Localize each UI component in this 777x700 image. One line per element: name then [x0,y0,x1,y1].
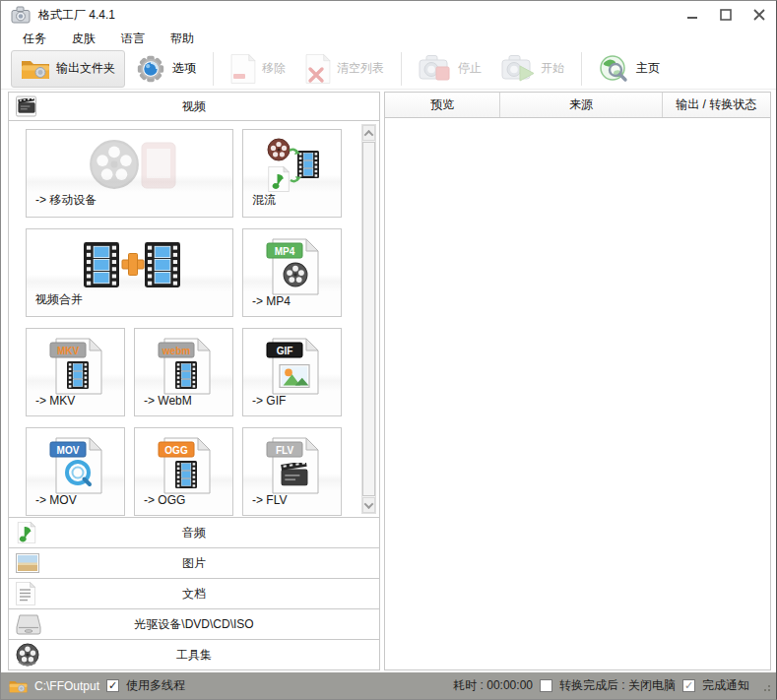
clear-list-icon [305,54,331,84]
chevron-up-icon [364,129,374,139]
stop-button[interactable]: 停止 [409,50,491,88]
task-list-header: 预览 来源 输出 / 转换状态 [384,92,771,118]
close-button[interactable] [743,1,776,29]
remove-document-icon [230,54,256,84]
tiles-scrollbar[interactable] [361,124,376,514]
tile-to-webm[interactable]: webm -> WebM [134,328,233,416]
tile-to-mp4[interactable]: MP4 -> MP4 [242,228,342,317]
menubar: 任务 皮肤 语言 帮助 [1,29,776,48]
menu-help[interactable]: 帮助 [161,29,204,49]
tile-to-flv[interactable]: FLV -> FLV [242,427,342,516]
mobile-device-ghost-icon [27,137,232,192]
start-icon [501,54,535,84]
video-section-label: 视频 [9,98,379,115]
app-window: 格式工厂 4.4.1 任务 皮肤 语言 帮助 输出文件夹 选项 移除 [0,0,777,700]
app-logo-icon [11,6,31,24]
svg-text:OGG: OGG [164,445,188,456]
svg-text:FLV: FLV [275,445,292,456]
multithread-checkbox[interactable] [106,679,119,692]
resize-grip[interactable] [760,681,770,691]
notify-checkbox[interactable] [682,679,695,692]
gif-file-icon: GIF [243,336,341,395]
svg-text:MKV: MKV [56,346,79,356]
notify-label: 完成通知 [702,677,749,694]
titlebar: 格式工厂 4.4.1 [1,1,776,29]
toolbar-separator [401,52,402,86]
window-title: 格式工厂 4.4.1 [38,7,115,24]
task-list-empty-area[interactable] [384,118,771,670]
start-button[interactable]: 开始 [491,50,574,88]
svg-text:MP4: MP4 [274,246,294,257]
category-audio[interactable]: 音频 [8,518,380,548]
tile-video-join[interactable]: 视频合并 [26,228,233,317]
chevron-down-icon [364,499,374,509]
column-source[interactable]: 来源 [500,93,662,117]
webm-file-icon: webm [135,336,232,395]
svg-text:webm: webm [161,346,189,356]
main-area: 视频 -> 移动设备 [1,90,776,672]
video-tiles-area: -> 移动设备 [8,121,380,518]
menu-language[interactable]: 语言 [111,29,155,49]
mux-icon [243,137,341,194]
elapsed-time: 耗时 : 00:00:00 [453,677,533,694]
tile-to-ogg[interactable]: OGG -> OGG [134,427,233,516]
clear-list-button[interactable]: 清空列表 [295,50,394,88]
scroll-up-button[interactable] [362,125,375,141]
column-preview[interactable]: 预览 [385,93,500,117]
category-toolset[interactable]: 工具集 [8,640,380,670]
tile-to-mov[interactable]: MOV -> MOV [26,427,125,516]
category-document[interactable]: 文档 [8,579,380,609]
category-panel: 视频 -> 移动设备 [8,92,380,670]
category-picture[interactable]: 图片 [8,548,380,579]
mp4-file-icon: MP4 [243,236,341,295]
svg-text:GIF: GIF [276,346,292,356]
output-path-folder-icon [9,678,28,694]
toolbar-separator [581,52,582,86]
output-folder-button[interactable]: 输出文件夹 [11,50,125,88]
toolbar-separator [213,52,214,86]
menu-skin[interactable]: 皮肤 [62,29,105,49]
stop-icon [419,54,452,84]
ogg-file-icon: OGG [135,435,232,494]
gear-icon [135,53,166,85]
tile-mux[interactable]: 混流 [242,129,342,218]
column-output-status[interactable]: 输出 / 转换状态 [663,93,770,117]
tile-to-gif[interactable]: GIF -> GIF [242,328,342,416]
scrollbar-thumb[interactable] [362,142,375,496]
video-join-icon [27,236,232,293]
tile-to-mkv[interactable]: MKV -> MKV [26,328,125,416]
options-button[interactable]: 选项 [125,50,206,88]
minimize-button[interactable] [676,1,709,29]
output-path[interactable]: C:\FFOutput [34,679,99,693]
maximize-button[interactable] [709,1,743,29]
home-globe-icon [599,54,630,84]
home-button[interactable]: 主页 [589,50,670,88]
svg-text:MOV: MOV [56,445,79,456]
scroll-down-button[interactable] [362,497,375,513]
multithread-label: 使用多线程 [126,677,185,694]
statusbar: C:\FFOutput 使用多线程 耗时 : 00:00:00 转换完成后 : … [1,672,776,699]
video-section-header[interactable]: 视频 [8,92,380,121]
remove-button[interactable]: 移除 [221,50,295,88]
shutdown-after-checkbox[interactable] [540,679,552,692]
category-optical-dvd-cd-iso[interactable]: 光驱设备\DVD\CD\ISO [8,609,380,640]
flv-file-icon: FLV [243,435,341,494]
toolbar: 输出文件夹 选项 移除 清空列表 停止 [1,48,776,90]
mkv-file-icon: MKV [27,336,124,395]
shutdown-after-label: 转换完成后 : 关闭电脑 [559,677,676,694]
mov-file-icon: MOV [27,435,124,494]
tile-mobile-device[interactable]: -> 移动设备 [26,129,233,218]
output-folder-icon [21,57,50,81]
menu-tasks[interactable]: 任务 [13,29,56,49]
task-panel: 预览 来源 输出 / 转换状态 [384,92,771,670]
